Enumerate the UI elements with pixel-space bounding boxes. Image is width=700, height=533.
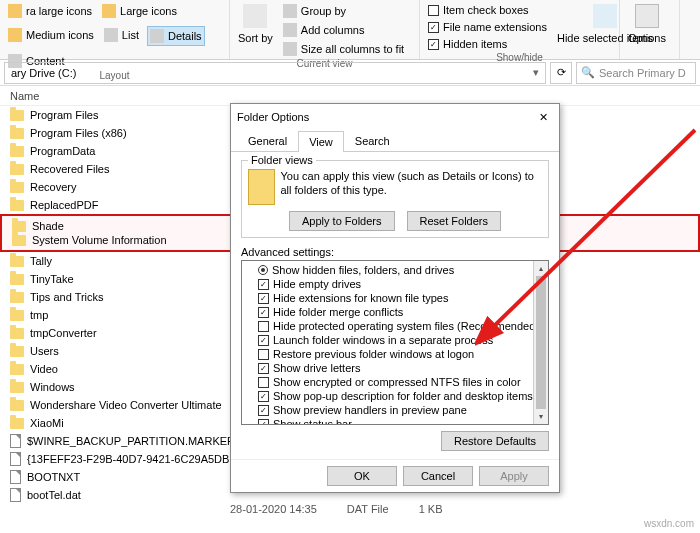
folder-name[interactable]: Shade xyxy=(32,220,64,232)
fit-columns-button[interactable]: Size all columns to fit xyxy=(281,40,406,58)
scrollbar[interactable]: ▴▾ xyxy=(533,261,548,424)
advanced-option[interactable]: Show preview handlers in preview pane xyxy=(258,403,546,417)
folder-name: Recovered Files xyxy=(30,163,109,175)
sort-by-button[interactable]: Sort by xyxy=(236,2,275,46)
advanced-option[interactable]: Hide folder merge conflicts xyxy=(258,305,546,319)
ok-button[interactable]: OK xyxy=(327,466,397,486)
reset-folders-button[interactable]: Reset Folders xyxy=(407,211,501,231)
tab-view[interactable]: View xyxy=(298,131,344,152)
folder-icon xyxy=(10,400,24,411)
option-label: Show hidden files, folders, and drives xyxy=(272,264,454,276)
list-icon xyxy=(104,28,118,42)
option-label: Hide empty drives xyxy=(273,278,361,290)
file-icon xyxy=(10,470,21,484)
advanced-option[interactable]: Hide protected operating system files (R… xyxy=(258,319,546,333)
file-extensions-toggle[interactable]: File name extensions xyxy=(426,19,549,35)
options-button[interactable]: Options xyxy=(626,2,668,46)
hidden-items-toggle[interactable]: Hidden items xyxy=(426,36,549,52)
advanced-option[interactable]: Show encrypted or compressed NTFS files … xyxy=(258,375,546,389)
checkbox-icon xyxy=(258,391,269,402)
option-label: Hide protected operating system files (R… xyxy=(273,320,539,332)
view-details[interactable]: Details xyxy=(147,26,205,46)
ribbon: ra large icons Large icons Medium icons … xyxy=(0,0,700,60)
option-label: Show encrypted or compressed NTFS files … xyxy=(273,376,521,388)
advanced-option[interactable]: Launch folder windows in a separate proc… xyxy=(258,333,546,347)
option-label: Show status bar xyxy=(273,418,352,425)
folder-name: ProgramData xyxy=(30,145,95,157)
folder-name: Windows xyxy=(30,381,75,393)
folder-icon xyxy=(10,364,24,375)
advanced-option[interactable]: Show status bar xyxy=(258,417,546,425)
folder-name: tmp xyxy=(30,309,48,321)
group-by-button[interactable]: Group by xyxy=(281,2,406,20)
advanced-option[interactable]: Show drive letters xyxy=(258,361,546,375)
folder-views-text: You can apply this view (such as Details… xyxy=(281,169,543,205)
restore-defaults-button[interactable]: Restore Defaults xyxy=(441,431,549,451)
folder-name: Tally xyxy=(30,255,52,267)
item-checkboxes-toggle[interactable]: Item check boxes xyxy=(426,2,549,18)
folder-icon xyxy=(10,182,24,193)
tab-search[interactable]: Search xyxy=(344,130,401,151)
advanced-settings-list[interactable]: Show hidden files, folders, and drivesHi… xyxy=(241,260,549,425)
details-icon xyxy=(150,29,164,43)
watermark: wsxdn.com xyxy=(644,518,694,529)
view-list[interactable]: List xyxy=(102,26,141,44)
fit-icon xyxy=(283,42,297,56)
path-box[interactable]: ary Drive (C:)▾ xyxy=(4,62,546,84)
chevron-down-icon: ▾ xyxy=(533,66,539,79)
advanced-option[interactable]: Restore previous folder windows at logon xyxy=(258,347,546,361)
folder-icon xyxy=(10,164,24,175)
apply-button[interactable]: Apply xyxy=(479,466,549,486)
address-bar: ary Drive (C:)▾ ⟳ 🔍Search Primary D xyxy=(0,60,700,86)
checkbox-icon xyxy=(258,335,269,346)
dialog-title: Folder Options xyxy=(237,111,309,123)
folder-views-group: Folder views You can apply this view (su… xyxy=(241,160,549,238)
folder-icon xyxy=(10,418,24,429)
apply-to-folders-button[interactable]: Apply to Folders xyxy=(289,211,394,231)
close-button[interactable]: ✕ xyxy=(533,107,553,127)
advanced-option[interactable]: Hide empty drives xyxy=(258,277,546,291)
cancel-button[interactable]: Cancel xyxy=(403,466,473,486)
scroll-thumb xyxy=(536,276,546,409)
search-input[interactable]: 🔍Search Primary D xyxy=(576,62,696,84)
folder-icon xyxy=(10,110,24,121)
folder-icon xyxy=(10,382,24,393)
folder-name: Program Files (x86) xyxy=(30,127,127,139)
dialog-tabs: General View Search xyxy=(231,130,559,152)
add-columns-button[interactable]: Add columns xyxy=(281,21,406,39)
scroll-up-icon: ▴ xyxy=(534,261,548,276)
sort-icon xyxy=(243,4,267,28)
folder-name: tmpConverter xyxy=(30,327,97,339)
tab-general[interactable]: General xyxy=(237,130,298,151)
folder-name[interactable]: System Volume Information xyxy=(32,234,167,246)
folder-name: Video xyxy=(30,363,58,375)
status-row: 28-01-2020 14:35DAT File1 KB xyxy=(230,503,442,515)
folder-icon xyxy=(10,200,24,211)
checkbox-icon xyxy=(428,39,439,50)
option-label: Show pop-up description for folder and d… xyxy=(273,390,533,402)
view-large[interactable]: Large icons xyxy=(100,2,179,20)
folder-name: Tips and Tricks xyxy=(30,291,104,303)
folder-name: XiaoMi xyxy=(30,417,64,429)
folder-icon xyxy=(10,328,24,339)
refresh-button[interactable]: ⟳ xyxy=(550,62,572,84)
checkbox-icon xyxy=(258,419,269,426)
folder-icon xyxy=(12,221,26,232)
view-medium[interactable]: Medium icons xyxy=(6,26,96,44)
scroll-down-icon: ▾ xyxy=(534,409,548,424)
folder-name: TinyTake xyxy=(30,273,74,285)
folder-icon xyxy=(12,235,26,246)
hide-icon xyxy=(593,4,617,28)
advanced-option[interactable]: Hide extensions for known file types xyxy=(258,291,546,305)
checkbox-icon xyxy=(258,321,269,332)
medium-icon xyxy=(8,28,22,42)
checkbox-icon xyxy=(258,363,269,374)
folder-icon xyxy=(10,274,24,285)
folder-name: Recovery xyxy=(30,181,76,193)
option-label: Show preview handlers in preview pane xyxy=(273,404,467,416)
advanced-option[interactable]: Show pop-up description for folder and d… xyxy=(258,389,546,403)
view-xlarge[interactable]: ra large icons xyxy=(6,2,94,20)
radio-icon xyxy=(258,265,268,275)
advanced-option[interactable]: Show hidden files, folders, and drives xyxy=(258,263,546,277)
advanced-settings-label: Advanced settings: xyxy=(241,246,549,258)
